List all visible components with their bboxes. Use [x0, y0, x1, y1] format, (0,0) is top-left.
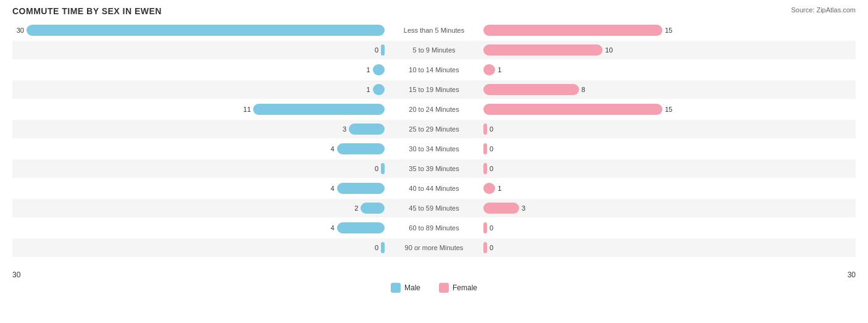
male-value: 30 — [17, 27, 24, 34]
bar-row: 440 to 44 Minutes1 — [12, 179, 856, 198]
left-side: 0 — [12, 242, 385, 253]
row-label: 45 to 59 Minutes — [385, 204, 483, 212]
female-bar — [483, 25, 662, 36]
right-side: 15 — [483, 104, 856, 115]
right-side: 10 — [483, 44, 856, 56]
legend-male: Male — [391, 283, 420, 293]
row-label: 5 to 9 Minutes — [385, 46, 483, 54]
right-side: 0 — [483, 143, 856, 154]
female-value: 0 — [490, 165, 493, 172]
bar-row: 325 to 29 Minutes0 — [12, 120, 856, 138]
axis-right: 30 — [848, 271, 856, 279]
male-value: 11 — [243, 106, 251, 113]
female-bar — [483, 203, 519, 214]
female-value: 1 — [498, 66, 501, 73]
bar-row: 110 to 14 Minutes1 — [12, 61, 856, 79]
chart-container: COMMUTE TIME BY SEX IN EWEN Source: ZipA… — [0, 0, 868, 323]
bar-row: 035 to 39 Minutes0 — [12, 159, 856, 178]
female-value: 15 — [665, 106, 672, 113]
right-side: 8 — [483, 84, 856, 95]
female-value: 3 — [522, 204, 525, 212]
male-bar — [337, 183, 385, 194]
female-bar — [483, 183, 495, 194]
row-label: 15 to 19 Minutes — [385, 86, 483, 93]
male-bar — [349, 124, 385, 135]
female-value: 0 — [490, 244, 493, 251]
right-side: 1 — [483, 64, 856, 75]
male-value: 2 — [354, 204, 358, 212]
female-bar — [483, 124, 487, 135]
bar-row: 245 to 59 Minutes3 — [12, 199, 856, 217]
row-label: 90 or more Minutes — [385, 244, 483, 251]
female-value: 0 — [490, 125, 493, 133]
bar-row: 115 to 19 Minutes8 — [12, 80, 856, 99]
left-side: 4 — [12, 143, 385, 154]
left-side: 0 — [12, 163, 385, 174]
row-label: 40 to 44 Minutes — [385, 185, 483, 192]
female-bar — [483, 163, 487, 174]
legend: Male Female — [12, 283, 856, 293]
row-label: 60 to 89 Minutes — [385, 224, 483, 232]
source-label: Source: ZipAtlas.com — [791, 6, 856, 14]
bar-row: 460 to 89 Minutes0 — [12, 219, 856, 237]
male-bar — [27, 25, 385, 36]
row-label: 30 to 34 Minutes — [385, 145, 483, 153]
left-side: 30 — [12, 25, 385, 36]
row-label: 35 to 39 Minutes — [385, 165, 483, 172]
male-label: Male — [404, 283, 420, 292]
left-side: 3 — [12, 124, 385, 135]
bar-row: 1120 to 24 Minutes15 — [12, 100, 856, 119]
row-label: Less than 5 Minutes — [385, 27, 483, 34]
chart-title: COMMUTE TIME BY SEX IN EWEN — [12, 6, 856, 16]
left-side: 1 — [12, 64, 385, 75]
right-side: 0 — [483, 242, 856, 253]
left-side: 1 — [12, 84, 385, 95]
female-value: 0 — [490, 224, 493, 232]
male-bar — [337, 143, 385, 154]
female-value: 8 — [582, 86, 585, 93]
male-value: 4 — [331, 224, 335, 232]
female-label: Female — [453, 283, 477, 292]
left-side: 0 — [12, 44, 385, 56]
female-value: 1 — [498, 185, 501, 192]
female-value: 15 — [665, 27, 672, 34]
female-value: 10 — [605, 46, 612, 54]
left-side: 11 — [12, 104, 385, 115]
male-value: 1 — [367, 66, 370, 73]
female-swatch — [439, 283, 449, 293]
bar-row: 05 to 9 Minutes10 — [12, 41, 856, 59]
male-value: 4 — [331, 185, 335, 192]
female-bar — [483, 44, 603, 56]
right-side: 1 — [483, 183, 856, 194]
male-bar — [337, 222, 385, 233]
right-side: 0 — [483, 124, 856, 135]
bar-row: 30Less than 5 Minutes15 — [12, 21, 856, 40]
female-bar — [483, 242, 487, 253]
female-bar — [483, 143, 487, 154]
bar-row: 430 to 34 Minutes0 — [12, 140, 856, 158]
bars-area: 30Less than 5 Minutes1505 to 9 Minutes10… — [12, 21, 856, 268]
left-side: 2 — [12, 203, 385, 214]
row-label: 10 to 14 Minutes — [385, 66, 483, 73]
male-value: 1 — [367, 86, 370, 93]
right-side: 15 — [483, 25, 856, 36]
male-swatch — [391, 283, 401, 293]
male-value: 0 — [375, 46, 378, 54]
male-value: 0 — [375, 244, 378, 251]
axis-labels: 30 30 — [12, 271, 856, 279]
legend-female: Female — [439, 283, 477, 293]
male-value: 0 — [375, 165, 378, 172]
male-bar — [361, 203, 385, 214]
left-side: 4 — [12, 183, 385, 194]
right-side: 0 — [483, 163, 856, 174]
right-side: 0 — [483, 222, 856, 233]
female-value: 0 — [490, 145, 493, 153]
male-bar — [373, 84, 385, 95]
row-label: 25 to 29 Minutes — [385, 125, 483, 133]
female-bar — [483, 222, 487, 233]
row-label: 20 to 24 Minutes — [385, 106, 483, 113]
male-value: 3 — [343, 125, 346, 133]
male-value: 4 — [331, 145, 335, 153]
right-side: 3 — [483, 203, 856, 214]
left-side: 4 — [12, 222, 385, 233]
